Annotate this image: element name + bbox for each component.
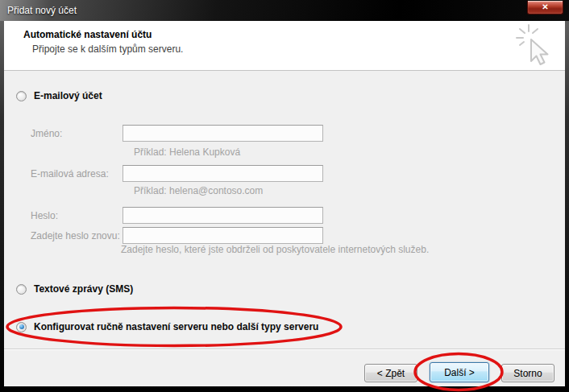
wizard-header: Automatické nastavení účtu Připojte se k… [4,21,565,71]
radio-manual-label: Konfigurovat ručně nastavení serveru neb… [34,321,318,332]
radio-manual[interactable] [16,322,27,332]
radio-sms-label: Textové zprávy (SMS) [34,283,133,295]
radio-option-sms[interactable]: Textové zprávy (SMS) [16,283,133,295]
radio-sms[interactable] [16,284,27,295]
header-title: Automatické nastavení účtu [23,29,152,40]
footer-separator [4,349,565,350]
name-label: Jméno: [31,128,62,139]
cursor-click-icon [515,23,557,70]
titlebar[interactable]: Přidat nový účet ✕ [0,0,569,21]
email-field[interactable] [123,165,323,182]
window-title: Přidat nový účet [7,5,77,16]
back-button[interactable]: < Zpět [364,364,417,382]
email-label: E-mailová adresa: [31,168,109,179]
radio-option-manual[interactable]: Konfigurovat ručně nastavení serveru neb… [16,321,318,332]
name-hint: Příklad: Helena Kupková [134,146,240,158]
email-hint: Příklad: helena@contoso.com [134,185,263,196]
close-button[interactable]: ✕ [527,1,563,14]
retype-password-label: Zadejte heslo znovu: [31,230,120,241]
radio-email[interactable] [16,91,27,101]
radio-option-email[interactable]: E-mailový účet [16,90,102,101]
header-subtitle: Připojte se k dalším typům serveru. [32,43,183,55]
dialog-content: Automatické nastavení účtu Připojte se k… [4,21,565,386]
retype-password-field[interactable] [123,227,323,244]
password-label: Heslo: [31,210,58,221]
radio-email-label: E-mailový účet [34,90,102,101]
name-field[interactable] [123,125,323,142]
next-button[interactable]: Další > [430,362,489,382]
close-icon: ✕ [542,2,548,11]
password-hint: Zadejte heslo, které jste obdrželi od po… [121,244,429,255]
cancel-button[interactable]: Storno [501,364,554,382]
password-field[interactable] [123,207,323,224]
dialog-add-new-account: Přidat nový účet ✕ Automatické nastavení… [0,0,569,392]
